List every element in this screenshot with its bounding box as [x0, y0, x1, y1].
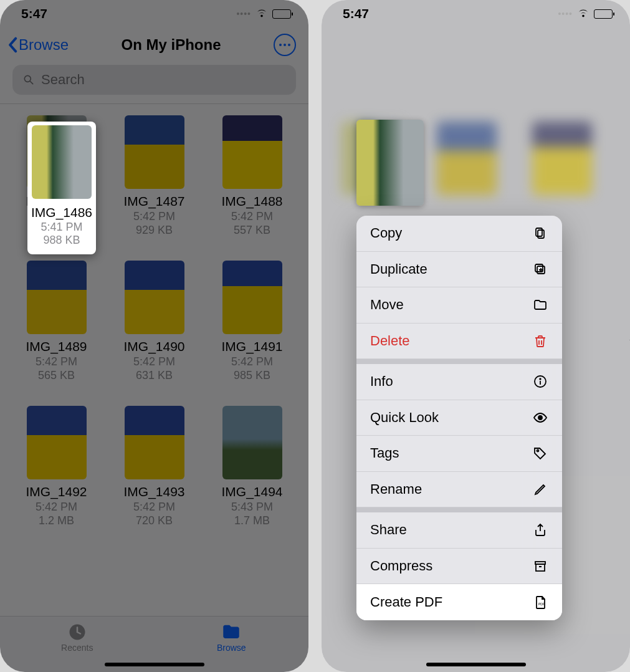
svg-point-15 [537, 450, 539, 452]
file-name: IMG_1491 [221, 339, 282, 354]
svg-text:PDF: PDF [538, 602, 545, 606]
menu-label: Move [370, 297, 404, 313]
menu-duplicate[interactable]: Duplicate [356, 252, 562, 288]
archive-icon [532, 558, 548, 574]
file-time: 5:42 PM [133, 355, 175, 368]
menu-tags[interactable]: Tags [356, 436, 562, 472]
file-thumbnail [125, 261, 184, 334]
file-item[interactable]: IMG_1489 5:42 PM 565 KB [9, 261, 104, 382]
menu-label: Info [370, 373, 393, 390]
selected-file-thumbnail[interactable] [356, 120, 424, 206]
battery-icon [594, 9, 613, 19]
back-button[interactable]: Browse [6, 36, 69, 54]
search-placeholder: Search [41, 72, 85, 88]
menu-copy[interactable]: Copy [356, 216, 562, 252]
page-title: On My iPhone [122, 36, 221, 54]
status-icons: •••• [236, 6, 291, 22]
cellular-dots-icon: •••• [236, 9, 251, 19]
file-size: 929 KB [136, 224, 173, 237]
pdf-icon: PDF [532, 594, 548, 610]
file-thumbnail [125, 406, 184, 479]
menu-label: Rename [370, 481, 422, 497]
eye-icon [532, 410, 548, 426]
file-size: 631 KB [136, 369, 173, 382]
svg-rect-17 [536, 564, 545, 571]
home-indicator[interactable] [105, 663, 204, 666]
status-time: 5:47 [21, 6, 47, 21]
more-button[interactable] [274, 34, 296, 56]
menu-move[interactable]: Move [356, 287, 562, 324]
cellular-dots-icon: •••• [558, 9, 573, 19]
file-size: 1.7 MB [234, 514, 270, 527]
file-time: 5:42 PM [231, 210, 273, 223]
menu-create-pdf[interactable]: Create PDF PDF [356, 584, 562, 620]
file-time: 5:42 PM [133, 210, 175, 223]
search-input[interactable]: Search [12, 65, 296, 95]
file-item[interactable]: IMG_1488 5:42 PM 557 KB [204, 115, 300, 237]
status-time: 5:47 [343, 6, 369, 21]
wifi-icon [255, 6, 269, 22]
file-thumbnail [222, 115, 282, 189]
file-size: 565 KB [38, 369, 75, 382]
file-thumbnail [222, 261, 282, 334]
menu-rename[interactable]: Rename [356, 472, 562, 508]
file-size: 985 KB [234, 369, 270, 382]
home-indicator[interactable] [426, 663, 526, 666]
menu-share[interactable]: Share [356, 512, 562, 549]
right-screen: 5:47 •••• Copy Duplicate Move [322, 0, 630, 672]
file-item[interactable]: IMG_1491 5:42 PM 985 KB [204, 261, 300, 382]
menu-label: Delete [370, 333, 410, 349]
menu-label: Duplicate [370, 261, 427, 277]
status-icons: •••• [558, 6, 613, 22]
menu-info[interactable]: Info [356, 364, 562, 400]
file-name: IMG_1490 [123, 339, 184, 354]
menu-label: Tags [370, 445, 399, 461]
file-size: 557 KB [234, 224, 270, 237]
wifi-icon [576, 6, 590, 22]
tab-label: Browse [217, 643, 246, 653]
svg-point-0 [24, 75, 31, 82]
menu-separator [356, 359, 562, 364]
menu-label: Copy [370, 225, 402, 241]
battery-icon [272, 9, 291, 19]
copy-icon [532, 225, 548, 241]
file-name: IMG_1493 [123, 484, 184, 499]
svg-point-14 [538, 416, 542, 420]
file-thumbnail [222, 406, 282, 479]
trash-icon [532, 333, 548, 349]
file-item[interactable]: IMG_1492 5:42 PM 1.2 MB [9, 406, 104, 527]
duplicate-icon [532, 261, 548, 277]
file-item[interactable]: IMG_1490 5:42 PM 631 KB [107, 261, 202, 382]
status-bar: 5:47 •••• [322, 0, 630, 27]
menu-delete[interactable]: Delete [356, 324, 562, 360]
file-time: 5:42 PM [231, 355, 273, 368]
share-icon [532, 522, 548, 538]
file-item[interactable]: IMG_1493 5:42 PM 720 KB [107, 406, 202, 527]
context-menu: Copy Duplicate Move Delete Info [356, 216, 562, 620]
menu-compress[interactable]: Compress [356, 549, 562, 585]
svg-point-13 [540, 378, 541, 380]
menu-label: Quick Look [370, 410, 439, 426]
file-size: 720 KB [136, 514, 173, 527]
back-label: Browse [19, 36, 69, 54]
tab-label: Recents [61, 643, 93, 653]
nav-bar: Browse On My iPhone [0, 27, 308, 62]
file-thumbnail [27, 406, 87, 479]
file-item[interactable]: IMG_1494 5:43 PM 1.7 MB [204, 406, 300, 527]
tag-icon [532, 445, 548, 461]
file-item[interactable]: IMG_1487 5:42 PM 929 KB [107, 115, 202, 237]
file-size: 988 KB [43, 234, 80, 247]
file-name: IMG_1489 [26, 339, 87, 354]
svg-rect-3 [538, 230, 544, 238]
file-name: IMG_1492 [26, 484, 87, 499]
menu-label: Share [370, 522, 407, 538]
highlighted-file[interactable]: IMG_1486 5:41 PM 988 KB [27, 122, 96, 254]
file-size: 1.2 MB [39, 514, 74, 527]
svg-line-1 [31, 82, 33, 84]
file-name: IMG_1488 [221, 194, 282, 209]
file-thumbnail [32, 125, 92, 199]
file-name: IMG_1487 [123, 194, 184, 209]
menu-quick-look[interactable]: Quick Look [356, 400, 562, 436]
svg-rect-6 [535, 264, 543, 272]
folder-icon [221, 622, 242, 643]
